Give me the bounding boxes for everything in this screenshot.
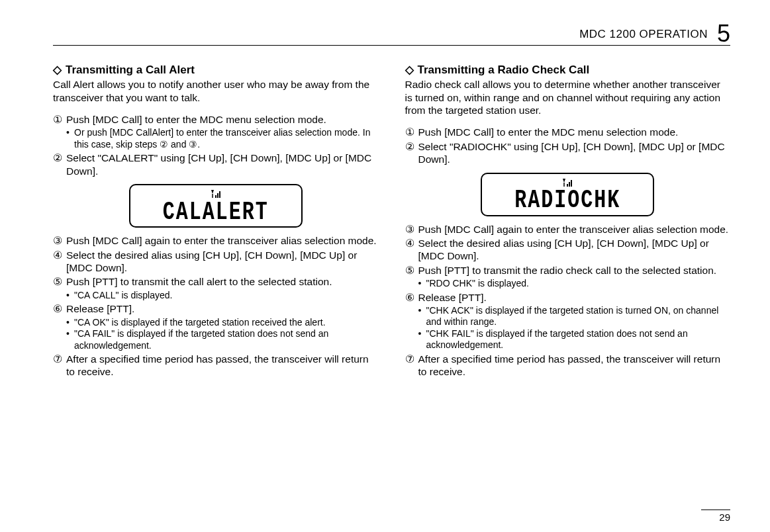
right-intro: Radio check call allows you to determine… (405, 78, 731, 116)
list-item: ② Select "CALALERT" using [CH Up], [CH D… (53, 152, 379, 177)
step-marker: ⑦ (53, 353, 66, 378)
chapter-number: 5 (717, 20, 730, 48)
step-marker: ⑦ (405, 353, 418, 378)
page: MDC 1200 OPERATION 5 ◇Transmitting a Cal… (0, 0, 770, 532)
step-marker: ③ (405, 223, 418, 236)
step-marker: ⑥ (405, 291, 418, 351)
step-marker: ② (53, 152, 66, 177)
diamond-icon: ◇ (53, 63, 62, 77)
list-item: ④ Select the desired alias using [CH Up]… (53, 249, 379, 275)
list-item: ④ Select the desired alias using [CH Up]… (405, 237, 731, 263)
step-marker: ⑤ (405, 264, 418, 290)
step-marker: ④ (405, 237, 418, 263)
page-number: 29 (701, 511, 730, 523)
step-marker: ④ (53, 249, 66, 275)
content-columns: ◇Transmitting a Call Alert Call Alert al… (53, 63, 730, 380)
list-item: ③ Push [MDC Call] again to enter the tra… (405, 223, 731, 236)
lcd-text: CALALERT (140, 197, 292, 229)
lcd-text: RADIOCHK (491, 185, 644, 217)
list-item: ③ Push [MDC Call] again to enter the tra… (53, 234, 379, 247)
bullet-icon: • (66, 290, 74, 302)
sub-text: "RDO CHK" is displayed. (426, 278, 731, 290)
step-text: Push [PTT] to transmit the radio check c… (418, 265, 717, 276)
right-steps-cont: ③ Push [MDC Call] again to enter the tra… (405, 223, 731, 378)
right-section-title: ◇Transmitting a Radio Check Call (405, 63, 731, 77)
sub-item: • "CHK ACK" is displayed if the targeted… (418, 305, 731, 328)
step-text: Push [MDC Call] again to enter the trans… (418, 224, 729, 235)
left-lcd-wrap: CALALERT (53, 184, 379, 228)
step-marker: ① (53, 113, 66, 150)
step-text: Select the desired alias using [CH Up], … (66, 249, 357, 273)
sub-text: "CHK ACK" is displayed if the targeted s… (426, 305, 731, 328)
list-item: ⑦ After a specified time period has pass… (53, 353, 379, 378)
left-title-text: Transmitting a Call Alert (66, 64, 195, 76)
bullet-icon: • (66, 328, 74, 351)
step-marker: ① (405, 126, 418, 138)
left-section-title: ◇Transmitting a Call Alert (53, 63, 379, 77)
sub-item: • "CA OK" is displayed if the targeted s… (66, 317, 379, 329)
lcd-display: RADIOCHK (481, 173, 654, 216)
step-marker: ⑥ (53, 302, 66, 351)
sub-text: "CA CALL" is displayed. (74, 290, 379, 302)
sub-text: "CA OK" is displayed if the targeted sta… (74, 317, 379, 329)
list-item: ⑥ Release [PTT]. • "CHK ACK" is displaye… (405, 291, 731, 351)
step-text: Release [PTT]. (418, 292, 487, 303)
step-text: Release [PTT]. (66, 303, 134, 314)
lcd-display: CALALERT (129, 184, 303, 228)
sub-item: • "CHK FAIL" is displayed if the targete… (418, 328, 731, 351)
left-column: ◇Transmitting a Call Alert Call Alert al… (53, 63, 379, 380)
sub-item: • "CA CALL" is displayed. (66, 290, 379, 302)
page-number-divider (701, 510, 730, 510)
sub-item: • "RDO CHK" is displayed. (418, 278, 731, 290)
step-marker: ② (405, 140, 418, 166)
step-text: Select the desired alias using [CH Up], … (418, 238, 709, 261)
step-text: Push [PTT] to transmit the call alert to… (66, 276, 332, 287)
left-intro: Call Alert allows you to notify another … (53, 78, 379, 104)
sub-text: "CHK FAIL" is displayed if the targeted … (426, 328, 731, 351)
right-steps: ① Push [MDC Call] to enter the MDC menu … (405, 126, 731, 165)
bullet-icon: • (418, 305, 426, 328)
step-marker: ③ (53, 234, 66, 247)
list-item: ⑤ Push [PTT] to transmit the call alert … (53, 275, 379, 301)
bullet-icon: • (66, 127, 74, 150)
page-header: MDC 1200 OPERATION 5 (53, 16, 730, 44)
left-steps-cont: ③ Push [MDC Call] again to enter the tra… (53, 234, 379, 378)
bullet-icon: • (418, 278, 426, 290)
sub-text: "CA FAIL" is displayed if the targeted s… (74, 328, 379, 351)
list-item: ① Push [MDC Call] to enter the MDC menu … (405, 126, 731, 138)
chapter-title: MDC 1200 OPERATION (579, 28, 708, 41)
step-text: Push [MDC Call] again to enter the trans… (66, 235, 377, 246)
diamond-icon: ◇ (405, 63, 414, 77)
list-item: ⑦ After a specified time period has pass… (405, 353, 731, 378)
page-number-block: 29 (701, 510, 730, 523)
step-text: Select "CALALERT" using [CH Up], [CH Dow… (66, 152, 371, 176)
list-item: ⑤ Push [PTT] to transmit the radio check… (405, 264, 731, 290)
list-item: ② Select "RADIOCHK" using [CH Up], [CH D… (405, 140, 731, 166)
step-text: After a specified time period has passed… (66, 353, 369, 377)
step-text: Select "RADIOCHK" using [CH Up], [CH Dow… (418, 141, 725, 165)
right-lcd-wrap: RADIOCHK (405, 173, 731, 216)
step-text: After a specified time period has passed… (418, 353, 721, 377)
step-marker: ⑤ (53, 275, 66, 301)
sub-item: • "CA FAIL" is displayed if the targeted… (66, 328, 379, 351)
sub-item: • Or push [MDC CallAlert] to enter the t… (66, 127, 379, 150)
list-item: ① Push [MDC Call] to enter the MDC menu … (53, 113, 379, 150)
bullet-icon: • (66, 317, 74, 329)
sub-text: Or push [MDC CallAlert] to enter the tra… (74, 127, 379, 150)
right-title-text: Transmitting a Radio Check Call (418, 64, 590, 76)
left-steps: ① Push [MDC Call] to enter the MDC menu … (53, 113, 379, 177)
list-item: ⑥ Release [PTT]. • "CA OK" is displayed … (53, 302, 379, 351)
step-text: Push [MDC Call] to enter the MDC menu se… (66, 114, 326, 125)
header-divider (53, 45, 730, 46)
bullet-icon: • (418, 328, 426, 351)
right-column: ◇Transmitting a Radio Check Call Radio c… (405, 63, 731, 380)
step-text: Push [MDC Call] to enter the MDC menu se… (418, 126, 679, 138)
